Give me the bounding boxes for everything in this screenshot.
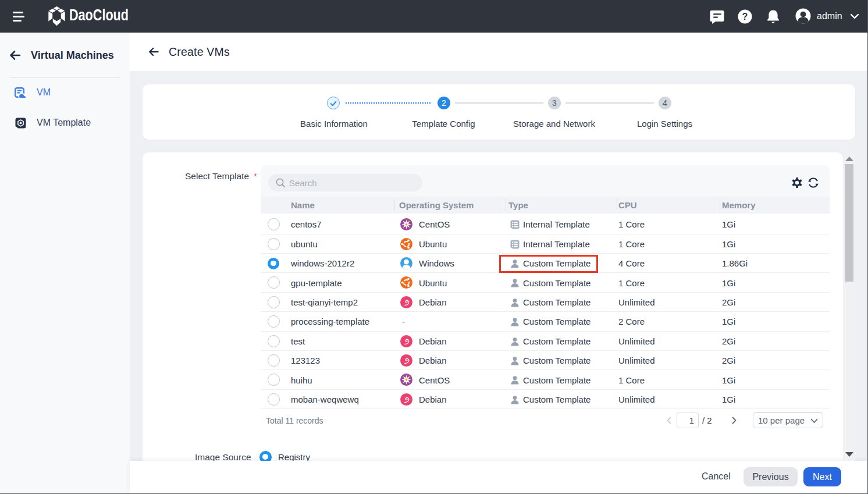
- svg-text:?: ?: [742, 12, 748, 22]
